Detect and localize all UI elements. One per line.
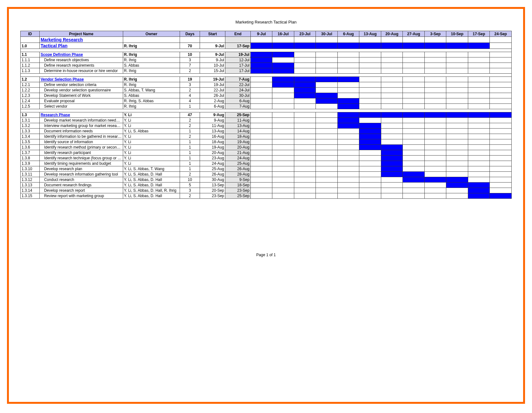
gantt-cell	[424, 88, 446, 93]
gantt-cell	[294, 177, 316, 183]
gantt-cell	[403, 150, 425, 156]
gantt-cell	[316, 134, 338, 139]
cell-end: 18-Aug	[225, 134, 251, 139]
cell-name: Identify source of information	[39, 139, 123, 145]
cell-start: 19-Jul	[200, 77, 225, 82]
cell-name: Develop Statement of Work	[39, 93, 123, 98]
gantt-cell	[272, 134, 294, 139]
gantt-cell	[337, 193, 359, 199]
gantt-cell	[468, 139, 490, 145]
gantt-cell	[316, 82, 338, 88]
gantt-cell	[490, 52, 512, 57]
spacer-cell	[359, 49, 381, 52]
cell-owner: Y. Li, S. Abbas, D. Hall, R. Ihrig	[123, 188, 180, 193]
cell-days: 1	[180, 129, 200, 134]
spacer-cell	[180, 74, 200, 77]
cell-id: 1.2.1	[21, 82, 40, 88]
gantt-cell	[337, 37, 359, 43]
gantt-cell	[424, 112, 446, 118]
gantt-cell	[294, 183, 316, 188]
gantt-cell	[294, 193, 316, 199]
gantt-cell	[250, 118, 272, 123]
cell-end: 30-Jul	[225, 93, 251, 98]
cell-id: 1.3.10	[21, 166, 40, 172]
gantt-cell	[272, 139, 294, 145]
cell-id: 1.3.13	[21, 183, 40, 188]
spacer-cell	[21, 49, 40, 52]
spacer-cell	[272, 109, 294, 112]
gantt-cell	[381, 37, 403, 43]
spacer-cell	[424, 74, 446, 77]
gantt-cell	[272, 177, 294, 183]
gantt-cell	[446, 98, 468, 104]
cell-id: 1.2	[21, 77, 40, 82]
gantt-cell	[316, 104, 338, 109]
gantt-cell	[316, 43, 338, 49]
gantt-cell	[337, 68, 359, 74]
gantt-cell	[294, 77, 316, 82]
cell-name: Define vendor selection criteria	[39, 82, 123, 88]
gantt-cell	[250, 150, 272, 156]
spacer-cell	[200, 49, 225, 52]
cell-owner: Y. Li	[123, 112, 180, 118]
gantt-cell	[316, 150, 338, 156]
gantt-cell	[359, 188, 381, 193]
gantt-cell	[316, 37, 338, 43]
gantt-cell	[337, 52, 359, 57]
cell-end: 18-Sep	[225, 183, 251, 188]
gantt-cell	[272, 63, 294, 68]
cell-start: 26-Aug	[200, 172, 225, 177]
spacer-cell	[316, 74, 338, 77]
spacer-cell	[446, 74, 468, 77]
gantt-cell	[468, 98, 490, 104]
cell-id: 1.2.5	[21, 104, 40, 109]
cell-end: 25-Sep	[225, 193, 251, 199]
cell-days	[180, 37, 200, 43]
gantt-cell	[316, 145, 338, 150]
gantt-cell	[490, 98, 512, 104]
cell-name: Develop research report	[39, 188, 123, 193]
gantt-cell	[446, 77, 468, 82]
table-row: 1.2.2Develop vendor selection questionna…	[21, 88, 512, 93]
gantt-cell	[403, 52, 425, 57]
cell-days: 2	[180, 134, 200, 139]
gantt-cell	[446, 112, 468, 118]
cell-end: 7-Aug	[225, 77, 251, 82]
cell-days: 3	[180, 57, 200, 63]
gantt-cell	[381, 77, 403, 82]
gantt-cell	[272, 93, 294, 98]
gantt-cell	[381, 118, 403, 123]
gantt-cell	[381, 93, 403, 98]
gantt-cell	[403, 112, 425, 118]
gantt-cell	[446, 37, 468, 43]
cell-id: 1.2.4	[21, 98, 40, 104]
gantt-cell	[359, 118, 381, 123]
gantt-cell	[403, 156, 425, 161]
gantt-cell	[446, 134, 468, 139]
cell-id	[21, 37, 40, 43]
cell-start: 13-Sep	[200, 183, 225, 188]
page-footer: Page 1 of 1	[20, 253, 512, 257]
gantt-cell	[337, 123, 359, 129]
spacer-cell	[200, 109, 225, 112]
gantt-cell	[316, 166, 338, 172]
gantt-cell	[381, 156, 403, 161]
table-row	[21, 109, 512, 112]
cell-owner: R. Ihrig	[123, 104, 180, 109]
gantt-cell	[250, 104, 272, 109]
gantt-cell	[424, 37, 446, 43]
gantt-cell	[490, 188, 512, 193]
cell-owner: Y. Li, S. Abbas, T. Wang	[123, 166, 180, 172]
cell-name: Identify timing requirements and budget	[39, 161, 123, 166]
gantt-cell	[294, 63, 316, 68]
gantt-table: ID Project Name Owner Days Start End 9-J…	[20, 31, 512, 199]
gantt-cell	[337, 150, 359, 156]
gantt-cell	[337, 139, 359, 145]
gantt-cell	[490, 77, 512, 82]
cell-owner: Y. Li	[123, 150, 180, 156]
gantt-cell	[359, 104, 381, 109]
gantt-cell	[468, 52, 490, 57]
table-row: 1.3.6Identify research method (primary o…	[21, 145, 512, 150]
cell-owner: Y. Li, S. Abbas, D. Hall	[123, 172, 180, 177]
gantt-cell	[294, 93, 316, 98]
